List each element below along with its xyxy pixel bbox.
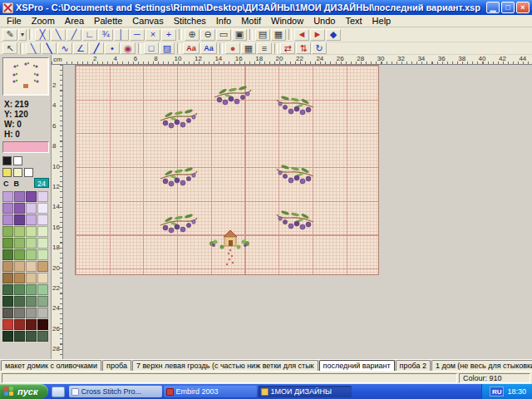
palette-swatch[interactable] [14,284,25,295]
design-tab[interactable]: 1 дом (не весь для стыковки) [431,360,532,371]
palette-swatch[interactable] [2,261,13,272]
palette-swatch[interactable] [14,238,25,249]
palette-swatch[interactable] [26,273,37,283]
menu-help[interactable]: Help [367,15,397,27]
close-button[interactable]: × [516,2,530,13]
palette-swatch[interactable] [26,203,37,214]
pencil-mode-dropdown[interactable]: ▾ [18,29,27,41]
half-stitch-forward-button[interactable]: ╱ [66,29,81,41]
palette-colors-button[interactable]: ● [225,42,240,54]
print-button[interactable]: ▤ [255,29,270,41]
palette-swatch[interactable] [2,296,13,307]
palette-swatch[interactable] [37,319,48,330]
maximize-button[interactable]: □ [501,2,515,13]
three-quarter-stitch-button[interactable]: ¾ [98,29,113,41]
palette-swatch[interactable] [14,308,25,318]
design-tab[interactable]: 7 верхн левая гроздь (с частью ниж ветки… [132,360,318,371]
vertical-stitch-button[interactable]: │ [114,29,129,41]
thumbnails-button[interactable]: ▦ [271,29,286,41]
menu-text[interactable]: Text [340,15,367,27]
select-tool[interactable]: ↖ [2,42,17,54]
menu-motif[interactable]: Motif [236,15,266,27]
half-stitch-back-button[interactable]: ╲ [51,29,66,41]
menu-palette[interactable]: Palette [89,15,127,27]
palette-swatch[interactable] [26,226,37,237]
palette-swatch[interactable] [14,319,25,330]
double-cross-stitch-button[interactable]: + [161,29,176,41]
menu-stitches[interactable]: Stitches [169,15,211,27]
menu-canvas[interactable]: Canvas [127,15,168,27]
palette-swatch[interactable] [26,284,37,295]
full-cross-stitch-button[interactable]: ╳ [35,29,50,41]
palette-swatch[interactable] [37,296,48,307]
palette-swatch[interactable] [37,331,48,342]
color-swatch[interactable] [13,156,22,165]
scroll-left-button[interactable]: ◄ [294,29,309,41]
palette-swatch[interactable] [26,296,37,307]
backstitch-medium-button[interactable]: ╲ [42,42,57,54]
palette-swatch[interactable] [14,214,25,225]
motif-library-button[interactable]: ◆ [326,29,341,41]
menu-zoom[interactable]: Zoom [27,15,60,27]
start-button[interactable]: пуск [0,384,48,399]
palette-swatch[interactable] [37,214,48,225]
text-serif-button[interactable]: Aa [183,42,200,54]
taskbar-button[interactable]: Embird 2003 [164,386,257,397]
backstitch-polyline-button[interactable]: ∠ [73,42,88,54]
palette-swatch[interactable] [37,203,48,214]
palette-swatch[interactable] [37,249,48,260]
scroll-right-button[interactable]: ► [310,29,325,41]
french-knot-button[interactable]: • [105,42,120,54]
horizontal-stitch-button[interactable]: ─ [130,29,145,41]
palette-swatch[interactable] [37,226,48,237]
backstitch-thin-button[interactable]: ╲ [26,42,41,54]
palette-swatch[interactable] [37,308,48,318]
taskbar-button[interactable]: Cross Stitch Pro... [69,386,162,397]
palette-swatch[interactable] [2,203,13,214]
palette-swatch[interactable] [2,214,13,225]
petite-stitch-button[interactable]: × [145,29,160,41]
palette-swatch[interactable] [2,319,13,330]
palette-count-badge[interactable]: 24 [34,178,49,188]
menu-info[interactable]: Info [211,15,236,27]
outline-button[interactable]: □ [144,42,159,54]
design-preview-thumbnail[interactable] [2,57,49,96]
rotate-button[interactable]: ↻ [312,42,327,54]
palette-swatch[interactable] [26,191,37,202]
design-tab[interactable]: макет домик с оливочками [1,360,101,371]
palette-swatch[interactable] [14,261,25,272]
bead-button[interactable]: ◉ [121,42,135,54]
palette-swatch[interactable] [2,273,13,283]
zoom-out-button[interactable]: ⊖ [200,29,215,41]
fill-tool-button[interactable]: ▨ [160,42,175,54]
palette-swatch[interactable] [26,319,37,330]
color-swatch[interactable] [2,168,12,177]
design-tab[interactable]: проба [102,360,131,371]
longstitch-button[interactable]: ╱ [89,42,104,54]
zoom-area-button[interactable]: ▭ [216,29,231,41]
palette-swatch[interactable] [14,226,25,237]
palette-swatch[interactable] [2,191,13,202]
backstitch-curve-button[interactable]: ∿ [57,42,72,54]
language-indicator[interactable]: RU [490,387,505,397]
current-color-swatch[interactable] [2,141,49,153]
taskbar-button[interactable]: 1МОИ ДИЗАЙНЫ [259,386,352,397]
palette-swatch[interactable] [26,331,37,342]
menu-window[interactable]: Window [266,15,308,27]
palette-swatch[interactable] [14,249,25,260]
zoom-fit-button[interactable]: ▣ [232,29,247,41]
color-swatch[interactable] [13,168,22,177]
pencil-tool[interactable]: ✎ [2,29,17,41]
palette-swatch[interactable] [37,273,48,283]
palette-swatch[interactable] [2,308,13,318]
palette-swatch[interactable] [2,226,13,237]
palette-swatch[interactable] [26,249,37,260]
palette-swatch[interactable] [37,191,48,202]
palette-swatch[interactable] [2,331,13,342]
flip-vertical-button[interactable]: ⇅ [296,42,311,54]
design-tab[interactable]: последний вариант [319,360,395,371]
taskbar-clock[interactable]: 18:30 [507,387,526,396]
palette-swatch[interactable] [37,261,48,272]
flip-horizontal-button[interactable]: ⇄ [280,42,295,54]
palette-swatch[interactable] [14,331,25,342]
